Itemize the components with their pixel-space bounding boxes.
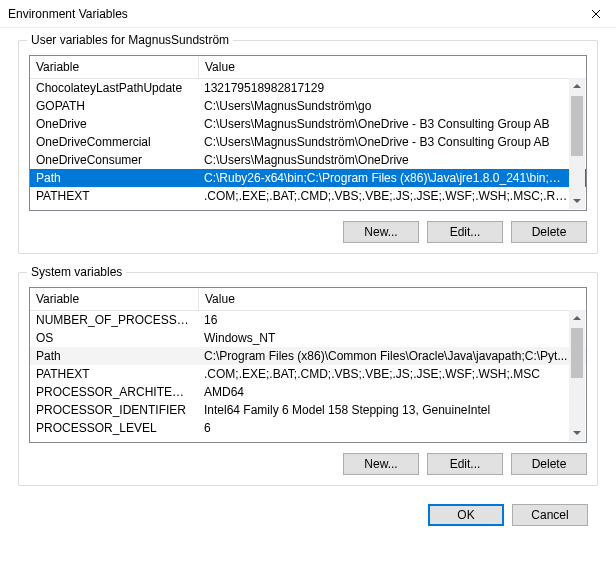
scroll-up-button[interactable] [569,78,585,94]
system-edit-button[interactable]: Edit... [427,453,503,475]
list-header: Variable Value [30,56,586,79]
close-button[interactable] [576,0,616,28]
chevron-up-icon [573,316,581,320]
table-row[interactable]: PROCESSOR_LEVEL6 [30,419,586,437]
cell-variable: PROCESSOR_LEVEL [30,420,198,436]
table-row[interactable]: OneDriveCommercialC:\Users\MagnusSundstr… [30,133,586,151]
cell-variable: ChocolateyLastPathUpdate [30,80,198,96]
cell-value: C:\Users\MagnusSundström\OneDrive - B3 C… [198,116,586,132]
chevron-up-icon [573,84,581,88]
user-new-button[interactable]: New... [343,221,419,243]
close-icon [591,9,601,19]
dialog-footer: OK Cancel [18,504,598,526]
list-header: Variable Value [30,288,586,311]
table-row[interactable]: PathC:\Ruby26-x64\bin;C:\Program Files (… [30,169,586,187]
column-header-variable[interactable]: Variable [30,288,198,311]
system-group-title: System variables [27,265,126,279]
cell-variable: OneDrive [30,116,198,132]
scrollbar[interactable] [569,310,585,441]
scrollbar[interactable] [569,78,585,209]
user-button-row: New... Edit... Delete [29,221,587,243]
table-row[interactable]: ChocolateyLastPathUpdate1321795189828171… [30,79,586,97]
user-edit-button[interactable]: Edit... [427,221,503,243]
cell-variable: OS [30,330,198,346]
cell-value: 16 [198,312,586,328]
titlebar: Environment Variables [0,0,616,28]
window-title: Environment Variables [8,7,128,21]
scroll-down-button[interactable] [569,193,585,209]
cell-value: C:\Users\MagnusSundström\OneDrive - B3 C… [198,134,586,150]
chevron-down-icon [573,199,581,203]
scroll-thumb[interactable] [571,328,583,378]
table-row[interactable]: OSWindows_NT [30,329,586,347]
system-button-row: New... Edit... Delete [29,453,587,475]
user-variables-list[interactable]: Variable Value ChocolateyLastPathUpdate1… [29,55,587,211]
table-row[interactable]: OneDriveC:\Users\MagnusSundström\OneDriv… [30,115,586,133]
cell-value: C:\Ruby26-x64\bin;C:\Program Files (x86)… [198,170,586,186]
cell-value: 6 [198,420,586,436]
cell-value: C:\Users\MagnusSundström\OneDrive [198,152,586,168]
scroll-thumb[interactable] [571,96,583,156]
user-variables-group: User variables for MagnusSundström Varia… [18,40,598,254]
cell-value: C:\Program Files (x86)\Common Files\Orac… [198,348,586,364]
system-delete-button[interactable]: Delete [511,453,587,475]
table-row[interactable]: NUMBER_OF_PROCESSORS16 [30,311,586,329]
cell-value: C:\Users\MagnusSundström\go [198,98,586,114]
cell-variable: Path [30,170,198,186]
column-header-value[interactable]: Value [198,288,586,311]
cell-variable: OneDriveConsumer [30,152,198,168]
cell-variable: Path [30,348,198,364]
scroll-down-button[interactable] [569,425,585,441]
ok-button[interactable]: OK [428,504,504,526]
cell-value: .COM;.EXE;.BAT;.CMD;.VBS;.VBE;.JS;.JSE;.… [198,188,586,204]
column-header-variable[interactable]: Variable [30,56,198,79]
cell-value: .COM;.EXE;.BAT;.CMD;.VBS;.VBE;.JS;.JSE;.… [198,366,586,382]
scroll-up-button[interactable] [569,310,585,326]
cell-value: Windows_NT [198,330,586,346]
cell-variable: OneDriveCommercial [30,134,198,150]
table-row[interactable]: PathC:\Program Files (x86)\Common Files\… [30,347,586,365]
cell-variable: NUMBER_OF_PROCESSORS [30,312,198,328]
table-row[interactable]: PATHEXT.COM;.EXE;.BAT;.CMD;.VBS;.VBE;.JS… [30,365,586,383]
cancel-button[interactable]: Cancel [512,504,588,526]
table-row[interactable]: PROCESSOR_IDENTIFIERIntel64 Family 6 Mod… [30,401,586,419]
cell-value: AMD64 [198,384,586,400]
cell-variable: PROCESSOR_ARCHITECTURE [30,384,198,400]
cell-value: 132179518982817129 [198,80,586,96]
user-delete-button[interactable]: Delete [511,221,587,243]
table-row[interactable]: PATHEXT.COM;.EXE;.BAT;.CMD;.VBS;.VBE;.JS… [30,187,586,205]
table-row[interactable]: PROCESSOR_ARCHITECTUREAMD64 [30,383,586,401]
cell-variable: PATHEXT [30,188,198,204]
cell-variable: PATHEXT [30,366,198,382]
system-variables-list[interactable]: Variable Value NUMBER_OF_PROCESSORS16OSW… [29,287,587,443]
system-variables-group: System variables Variable Value NUMBER_O… [18,272,598,486]
table-row[interactable]: GOPATHC:\Users\MagnusSundström\go [30,97,586,115]
cell-value: Intel64 Family 6 Model 158 Stepping 13, … [198,402,586,418]
table-row[interactable]: OneDriveConsumerC:\Users\MagnusSundström… [30,151,586,169]
system-new-button[interactable]: New... [343,453,419,475]
cell-variable: GOPATH [30,98,198,114]
chevron-down-icon [573,431,581,435]
column-header-value[interactable]: Value [198,56,586,79]
cell-variable: PROCESSOR_IDENTIFIER [30,402,198,418]
user-group-title: User variables for MagnusSundström [27,33,233,47]
